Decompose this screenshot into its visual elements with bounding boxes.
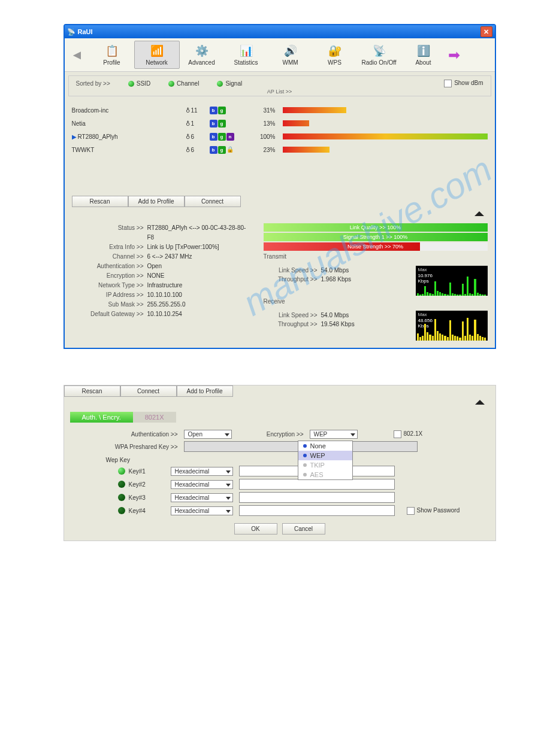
encryption-label: Encryption >> <box>232 431 310 438</box>
collapse-toggle-2[interactable] <box>64 397 495 412</box>
key-input[interactable] <box>239 479 395 490</box>
key-format-select[interactable]: Hexadecimal <box>171 467 233 476</box>
tab-8021x[interactable]: 8021X <box>133 412 176 423</box>
button-row-2: Rescan Connect Add to Profile <box>64 385 495 397</box>
wmm-icon: 🔊 <box>270 44 312 58</box>
ok-button[interactable]: OK <box>234 523 277 535</box>
radio-dot-icon <box>128 81 134 87</box>
network-row[interactable]: TWWKT ♁6 bg🔒 23% <box>72 143 488 156</box>
status-row: Sub Mask >>255.255.255.0 <box>72 300 252 309</box>
sort-channel[interactable]: Channel <box>168 80 199 87</box>
status-row: Status >>RT2880_APlyh <--> 00-0C-43-28-8… <box>72 223 252 242</box>
forward-arrow-icon[interactable]: ➡ <box>446 47 467 63</box>
tx-linkspeed-label: Link Speed >> <box>264 266 321 275</box>
tx-throughput-label: Throughput >> <box>264 275 321 284</box>
network-row[interactable]: ▶RT2880_APlyh ♁6 bgn 100% <box>72 130 488 143</box>
network-row[interactable]: Broadcom-inc ♁11 bg 31% <box>72 104 488 117</box>
titlebar[interactable]: 📡 RaUI ✕ <box>65 25 495 38</box>
rx-throughput-value: 19.548 Kbps <box>321 320 355 329</box>
auth-panel: Rescan Connect Add to Profile Auth. \ En… <box>64 385 496 541</box>
authentication-label: Authentication >> <box>82 431 184 438</box>
key-label: Key#1 <box>129 468 171 475</box>
rescan-button-2[interactable]: Rescan <box>64 385 120 397</box>
network-list: Broadcom-inc ♁11 bg 31% Netia ♁1 bg 13% … <box>65 100 495 156</box>
profile-icon: 📋 <box>91 44 133 58</box>
toolbar: ◄ 📋Profile 📶Network ⚙️Advanced 📊Statisti… <box>65 38 495 72</box>
key-format-select[interactable]: Hexadecimal <box>171 493 233 502</box>
8021x-checkbox[interactable]: 802.1X <box>394 430 423 438</box>
key-radio-icon[interactable] <box>118 467 125 475</box>
tab-wps[interactable]: 🔐WPS <box>313 41 357 68</box>
status-row: Encryption >>NONE <box>72 271 252 281</box>
window-title: RaUI <box>75 28 480 35</box>
show-password-checkbox[interactable]: Show Password <box>407 507 460 515</box>
network-row[interactable]: Netia ♁1 bg 13% <box>72 117 488 130</box>
triangle-up-icon <box>474 211 484 216</box>
key-radio-icon[interactable] <box>118 494 125 501</box>
tab-about[interactable]: ℹ️About <box>401 41 446 68</box>
network-icon: 📶 <box>136 44 178 58</box>
key-format-select[interactable]: Hexadecimal <box>171 480 233 489</box>
rx-linkspeed-value: 54.0 Mbps <box>321 311 349 320</box>
tab-radio[interactable]: 📡Radio On/Off <box>357 41 401 68</box>
tab-wmm[interactable]: 🔊WMM <box>268 41 313 68</box>
collapse-toggle[interactable] <box>65 211 495 218</box>
show-dbm-checkbox[interactable]: Show dBm <box>444 80 483 87</box>
key-input[interactable] <box>239 492 395 503</box>
key-label: Key#2 <box>129 481 171 488</box>
encryption-select[interactable]: WEP <box>310 430 358 439</box>
sorted-by-label: Sorted by >> <box>76 80 110 87</box>
wep-key-row: Key#3 Hexadecimal <box>82 492 477 503</box>
status-info: Status >>RT2880_APlyh <--> 00-0C-43-28-8… <box>72 223 252 341</box>
option-tkip[interactable]: TKIP <box>298 460 352 470</box>
transmit-label: Transmit <box>264 253 488 260</box>
key-label: Key#3 <box>129 494 171 501</box>
key-radio-icon[interactable] <box>118 507 125 514</box>
advanced-icon: ⚙️ <box>181 44 223 58</box>
tab-statistics[interactable]: 📊Statistics <box>224 41 268 68</box>
tx-graph: Max 10.976 Kbps <box>416 266 488 296</box>
ap-list-label: AP List >> <box>76 89 483 95</box>
details-panel: Status >>RT2880_APlyh <--> 00-0C-43-28-8… <box>65 218 495 348</box>
connect-button-2[interactable]: Connect <box>120 385 177 397</box>
tab-network[interactable]: 📶Network <box>134 41 180 69</box>
app-icon: 📡 <box>67 28 75 36</box>
link-quality-bar: Link Quality >> 100% <box>264 223 488 232</box>
add-to-profile-button[interactable]: Add to Profile <box>128 196 185 207</box>
radio-dot-icon <box>168 81 174 87</box>
sort-ssid[interactable]: SSID <box>128 80 150 87</box>
option-wep[interactable]: WEP <box>298 451 352 460</box>
wep-key-row: Key#1 Hexadecimal <box>82 466 477 476</box>
encryption-dropdown[interactable]: None WEP TKIP AES <box>298 441 353 480</box>
key-input[interactable] <box>239 505 395 516</box>
tab-advanced[interactable]: ⚙️Advanced <box>180 41 224 68</box>
wep-key-label: Wep Key <box>106 457 477 463</box>
wep-key-row: Key#4 Hexadecimal Show Password <box>82 505 477 516</box>
connect-button[interactable]: Connect <box>185 196 241 207</box>
key-format-select[interactable]: Hexadecimal <box>171 506 233 515</box>
auth-form: Authentication >> Open Encryption >> WEP… <box>64 430 495 535</box>
triangle-up-icon <box>475 400 485 405</box>
sort-panel: Sorted by >> SSID Channel Signal Show dB… <box>68 75 491 96</box>
noise-strength-bar: Noise Strength >> 70% <box>264 242 488 251</box>
wps-icon: 🔐 <box>314 44 356 58</box>
tab-profile[interactable]: 📋Profile <box>90 41 134 68</box>
wpa-key-label: WPA Preshared Key >> <box>82 444 184 450</box>
cancel-button[interactable]: Cancel <box>282 523 325 535</box>
option-none[interactable]: None <box>298 441 352 451</box>
raui-window: 📡 RaUI ✕ ◄ 📋Profile 📶Network ⚙️Advanced … <box>64 24 496 349</box>
status-row: Network Type >>Infrastructure <box>72 281 252 290</box>
key-radio-icon[interactable] <box>118 481 125 488</box>
status-row: Default Gateway >>10.10.10.254 <box>72 309 252 319</box>
rx-graph: Max 48.656 Kbps <box>416 311 488 341</box>
close-button[interactable]: ✕ <box>480 26 492 37</box>
radio-dot-icon <box>217 81 223 87</box>
authentication-select[interactable]: Open <box>184 430 232 439</box>
add-to-profile-button-2[interactable]: Add to Profile <box>177 385 233 397</box>
checkbox-icon <box>444 80 452 87</box>
tab-auth-encry[interactable]: Auth. \ Encry. <box>70 412 133 423</box>
sort-signal[interactable]: Signal <box>217 80 242 87</box>
rescan-button[interactable]: Rescan <box>72 196 128 207</box>
back-arrow-icon[interactable]: ◄ <box>68 47 90 63</box>
option-aes[interactable]: AES <box>298 470 352 479</box>
